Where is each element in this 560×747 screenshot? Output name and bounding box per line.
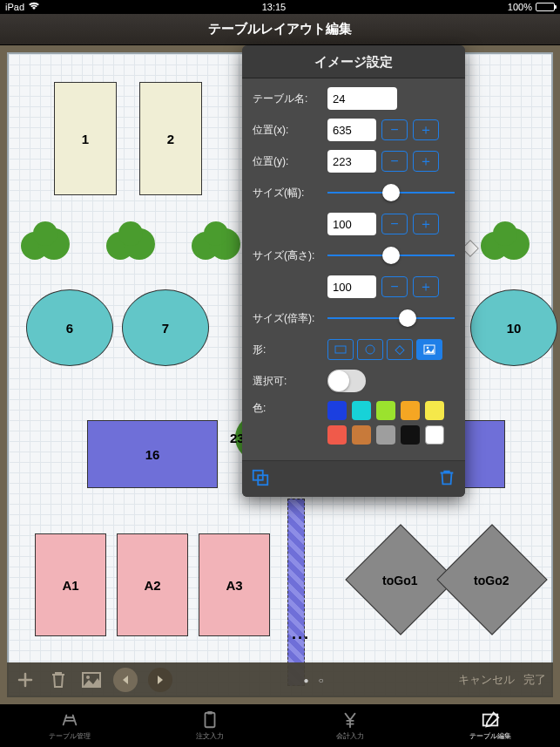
width-minus-button[interactable]: − bbox=[381, 214, 408, 234]
table-1[interactable]: 1 bbox=[54, 82, 117, 195]
bush-icon bbox=[190, 220, 242, 267]
battery-percent: 100% bbox=[508, 2, 532, 12]
table-10[interactable]: 10 bbox=[470, 289, 557, 366]
tab-table-manage[interactable]: テーブル管理 bbox=[0, 704, 140, 747]
color-swatch[interactable] bbox=[327, 401, 347, 420]
image-button[interactable] bbox=[80, 669, 103, 691]
svg-point-5 bbox=[118, 221, 143, 246]
tab-order-input[interactable]: 注文入力 bbox=[140, 704, 280, 747]
navbar: テーブルレイアウト編集 bbox=[0, 14, 560, 45]
tab-label: テーブル管理 bbox=[49, 731, 91, 741]
height-minus-button[interactable]: − bbox=[381, 276, 408, 297]
table-label: A3 bbox=[226, 578, 242, 593]
color-swatch[interactable] bbox=[401, 425, 420, 445]
table-a2[interactable]: A2 bbox=[117, 533, 188, 636]
table-7[interactable]: 7 bbox=[122, 289, 209, 366]
color-swatch[interactable] bbox=[376, 425, 395, 445]
shape-circle-button[interactable] bbox=[357, 339, 383, 360]
table-name-input[interactable] bbox=[327, 87, 397, 110]
page-dots: ● ○ bbox=[172, 676, 458, 685]
scale-slider[interactable] bbox=[327, 317, 455, 319]
posy-input[interactable] bbox=[327, 150, 376, 173]
posy-minus-button[interactable]: − bbox=[381, 151, 408, 172]
color-swatch[interactable] bbox=[425, 425, 444, 445]
label-width: サイズ(幅): bbox=[253, 186, 327, 200]
shape-image-button[interactable] bbox=[416, 339, 442, 360]
height-slider[interactable] bbox=[327, 255, 455, 256]
status-bar: iPad 13:15 100% bbox=[0, 0, 560, 14]
table-togo2[interactable]: toGo2 bbox=[436, 524, 547, 635]
table-a3[interactable]: A3 bbox=[199, 533, 270, 636]
color-swatch[interactable] bbox=[425, 401, 444, 420]
svg-rect-19 bbox=[395, 346, 404, 355]
svg-point-2 bbox=[33, 221, 57, 246]
clock: 13:15 bbox=[40, 2, 508, 12]
color-swatch[interactable] bbox=[352, 401, 371, 420]
label-posy: 位置(y): bbox=[253, 154, 327, 169]
table-label: toGo2 bbox=[453, 541, 530, 620]
shape-rect-button[interactable] bbox=[327, 339, 354, 360]
label-posx: 位置(x): bbox=[253, 123, 327, 138]
table-label: A2 bbox=[144, 578, 160, 593]
selectable-toggle[interactable] bbox=[327, 370, 366, 392]
shape-diamond-button[interactable] bbox=[387, 339, 413, 360]
height-input[interactable] bbox=[327, 275, 376, 298]
color-swatch[interactable] bbox=[327, 425, 347, 445]
svg-rect-27 bbox=[207, 711, 213, 715]
battery-icon bbox=[536, 3, 555, 11]
label-color: 色: bbox=[253, 401, 327, 416]
canvas-wrap: 1 2 6 7 10 16 17 23 A1 A2 A3 ... toGo1 t… bbox=[0, 45, 560, 704]
table-2[interactable]: 2 bbox=[139, 82, 202, 195]
cancel-button[interactable]: キャンセル bbox=[458, 672, 515, 688]
wifi-icon bbox=[28, 2, 40, 12]
width-slider[interactable] bbox=[327, 192, 455, 194]
table-label: 7 bbox=[162, 321, 169, 336]
next-page-button[interactable] bbox=[148, 668, 172, 692]
trash-button[interactable] bbox=[47, 669, 70, 691]
divider-strip[interactable] bbox=[287, 499, 305, 686]
duplicate-icon[interactable] bbox=[251, 468, 270, 490]
tab-label: テーブル編集 bbox=[469, 731, 511, 741]
trash-icon[interactable] bbox=[437, 468, 456, 490]
bush-icon bbox=[105, 220, 157, 267]
table-6[interactable]: 6 bbox=[26, 289, 113, 366]
tab-bar: テーブル管理 注文入力 会計入力 テーブル編集 bbox=[0, 704, 560, 747]
svg-point-25 bbox=[86, 676, 90, 679]
width-plus-button[interactable]: ＋ bbox=[413, 214, 439, 234]
label-shape: 形: bbox=[253, 343, 327, 357]
table-label: 10 bbox=[507, 321, 522, 336]
color-grid bbox=[327, 401, 455, 445]
svg-point-11 bbox=[493, 221, 517, 246]
done-button[interactable]: 完了 bbox=[523, 672, 546, 688]
table-a1[interactable]: A1 bbox=[35, 533, 106, 636]
popover-title: イメージ設定 bbox=[242, 45, 465, 78]
svg-point-21 bbox=[427, 347, 429, 350]
tab-payment-input[interactable]: 会計入力 bbox=[280, 704, 421, 747]
table-label: A1 bbox=[62, 578, 78, 593]
posy-plus-button[interactable]: ＋ bbox=[413, 151, 439, 172]
add-button[interactable] bbox=[14, 669, 37, 691]
height-plus-button[interactable]: ＋ bbox=[413, 276, 439, 297]
table-label: toGo1 bbox=[361, 541, 438, 620]
svg-rect-17 bbox=[335, 346, 346, 353]
prev-page-button[interactable] bbox=[113, 668, 138, 692]
label-name: テーブル名: bbox=[253, 92, 327, 106]
posx-plus-button[interactable]: ＋ bbox=[413, 119, 439, 140]
table-16[interactable]: 16 bbox=[87, 420, 218, 488]
posx-minus-button[interactable]: − bbox=[381, 119, 408, 140]
color-swatch[interactable] bbox=[376, 401, 395, 420]
bush-icon bbox=[19, 220, 71, 267]
page-title: テーブルレイアウト編集 bbox=[208, 21, 352, 37]
table-label: 2 bbox=[167, 132, 174, 146]
label-height: サイズ(高さ): bbox=[253, 248, 327, 263]
color-swatch[interactable] bbox=[401, 401, 420, 420]
bush-icon bbox=[479, 220, 531, 267]
device-label: iPad bbox=[5, 2, 24, 12]
more-indicator: ... bbox=[292, 625, 310, 643]
tab-label: 会計入力 bbox=[336, 731, 364, 741]
color-swatch[interactable] bbox=[352, 425, 371, 445]
posx-input[interactable] bbox=[327, 119, 376, 141]
svg-rect-26 bbox=[206, 713, 215, 728]
tab-table-edit[interactable]: テーブル編集 bbox=[420, 704, 560, 747]
width-input[interactable] bbox=[327, 213, 376, 235]
